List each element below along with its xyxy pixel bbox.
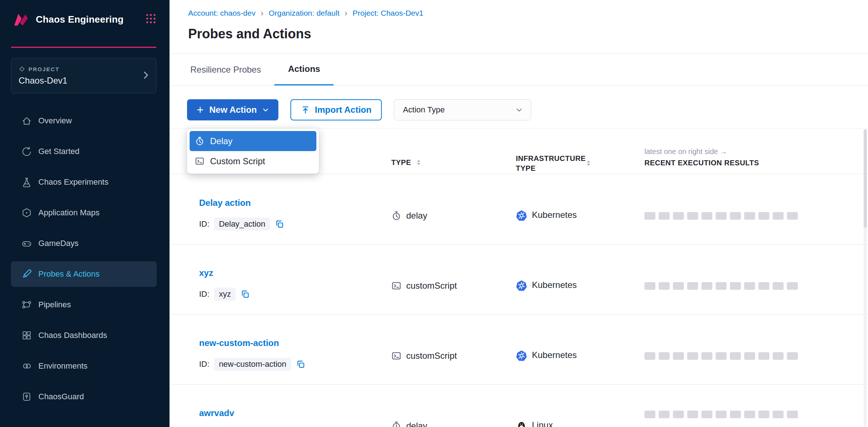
execution-result-placeholder <box>744 411 755 418</box>
sidebar-item-chaosguard[interactable]: ChaosGuard <box>11 384 157 409</box>
plus-icon <box>196 105 205 114</box>
execution-result-placeholder <box>644 212 655 220</box>
sidebar-item-gamedays[interactable]: GameDays <box>11 231 157 256</box>
linux-icon <box>516 420 527 427</box>
hexagon-icon <box>21 207 32 218</box>
module-accent-line <box>11 47 156 48</box>
action-id-row: ID: Delay_action <box>199 218 391 231</box>
infrastructure-cell: Linux <box>516 385 644 427</box>
action-name-link[interactable]: awrvadv <box>199 408 234 418</box>
project-selector[interactable]: PROJECT Chaos-Dev1 <box>11 58 156 93</box>
sidebar-nav: Overview Get Started Chaos Experiments A… <box>0 108 170 409</box>
pipelines-icon <box>21 299 32 310</box>
sidebar-item-label: ChaosGuard <box>38 392 84 401</box>
action-name-link[interactable]: Delay action <box>199 198 251 208</box>
execution-result-placeholder <box>716 282 727 290</box>
project-label-row: PROJECT <box>19 66 149 72</box>
sidebar-item-application-maps[interactable]: Application Maps <box>11 200 157 226</box>
sidebar-item-overview[interactable]: Overview <box>11 108 157 134</box>
gamepad-icon <box>21 238 32 249</box>
script-icon <box>391 351 401 361</box>
menu-item-delay[interactable]: Delay <box>190 131 316 151</box>
execution-result-placeholder <box>787 352 798 360</box>
execution-result-placeholder <box>644 411 655 418</box>
page-title: Probes and Actions <box>188 26 311 42</box>
app-title: Chaos Engineering <box>36 14 123 25</box>
infrastructure-cell: Kubernetes <box>516 174 644 244</box>
kubernetes-icon <box>516 350 527 361</box>
execution-result-placeholder <box>687 212 698 220</box>
breadcrumb-project-link[interactable]: Project: Chaos-Dev1 <box>353 9 423 18</box>
action-name-cell: awrvadv <box>199 385 391 427</box>
stopwatch-icon <box>391 421 401 427</box>
execution-result-placeholder <box>773 352 784 360</box>
breadcrumb-organization-link[interactable]: Organization: default <box>269 9 339 18</box>
copy-icon[interactable] <box>240 289 250 299</box>
action-name-link[interactable]: new-custom-action <box>199 338 279 348</box>
sidebar-item-probes-actions[interactable]: Probes & Actions <box>11 261 157 287</box>
action-name-cell: Delay action ID: Delay_action <box>199 174 391 244</box>
menu-item-custom-script[interactable]: Custom Script <box>190 151 316 171</box>
action-name-link[interactable]: xyz <box>199 268 213 278</box>
sidebar-item-label: Get Started <box>38 147 80 156</box>
tab-resilience-probes[interactable]: Resilience Probes <box>177 54 274 85</box>
main-content: Account: chaos-dev › Organization: defau… <box>170 0 868 427</box>
type-header-label: TYPE <box>391 158 411 167</box>
toolbar: New Action Import Action Action Type <box>187 99 531 120</box>
kubernetes-icon <box>516 210 527 221</box>
import-action-button[interactable]: Import Action <box>290 99 382 120</box>
column-header-recent-execution-results: latest one on right side → RECENT EXECUT… <box>644 145 802 174</box>
execution-result-placeholder <box>744 212 755 220</box>
execution-result-placeholder <box>673 352 684 360</box>
column-header-infrastructure-type: INFRASTRUCTURE TYPE <box>516 145 644 174</box>
column-header-type: TYPE <box>391 145 516 174</box>
sidebar-item-chaos-experiments[interactable]: Chaos Experiments <box>11 169 157 195</box>
breadcrumb-account-link[interactable]: Account: chaos-dev <box>188 9 255 18</box>
sort-icon[interactable] <box>415 158 423 166</box>
action-type-value: customScript <box>406 351 457 361</box>
execution-result-placeholder <box>659 352 670 360</box>
execution-result-placeholder <box>659 212 670 220</box>
infrastructure-cell: Kubernetes <box>516 315 644 384</box>
action-type-value: Action Type <box>403 105 445 115</box>
script-icon <box>195 156 205 166</box>
infrastructure-value: Kubernetes <box>532 280 577 290</box>
action-name-cell: xyz ID: xyz <box>199 245 391 314</box>
new-action-button[interactable]: New Action <box>187 99 278 120</box>
chaos-logo-icon <box>11 11 30 28</box>
execution-result-placeholder <box>716 352 727 360</box>
new-action-dropdown-menu: Delay Custom Script <box>187 128 319 174</box>
breadcrumb-separator: › <box>344 9 347 18</box>
tab-actions[interactable]: Actions <box>274 54 334 85</box>
scrollbar-thumb[interactable] <box>864 129 867 228</box>
execution-result-placeholder <box>673 212 684 220</box>
copy-icon[interactable] <box>296 359 305 369</box>
execution-result-placeholder <box>730 212 741 220</box>
execution-result-placeholder <box>644 282 655 290</box>
sidebar-item-environments[interactable]: Environments <box>11 353 157 379</box>
sidebar: Chaos Engineering PROJECT Chaos-Dev1 <box>0 0 170 427</box>
execution-result-placeholder <box>644 352 655 360</box>
flask-icon <box>21 177 32 188</box>
breadcrumb-separator: › <box>260 9 263 18</box>
recent-results-header-label: RECENT EXECUTION RESULTS <box>644 159 802 167</box>
scrollbar[interactable] <box>864 129 867 427</box>
execution-results-cell <box>644 245 802 314</box>
sidebar-item-chaos-dashboards[interactable]: Chaos Dashboards <box>11 323 157 348</box>
menu-item-label: Delay <box>210 136 232 146</box>
sort-icon[interactable] <box>585 159 593 174</box>
execution-results-cell <box>644 385 802 427</box>
app-launcher-grid-icon[interactable] <box>145 13 156 26</box>
execution-result-placeholder <box>730 352 741 360</box>
copy-icon[interactable] <box>275 219 284 229</box>
table-row: new-custom-action ID: new-custom-action … <box>170 315 868 385</box>
sidebar-item-get-started[interactable]: Get Started <box>11 139 157 164</box>
id-label: ID: <box>199 219 209 229</box>
sidebar-item-label: GameDays <box>38 239 79 248</box>
execution-result-placeholder <box>787 212 798 220</box>
kubernetes-icon <box>516 280 527 291</box>
shield-lock-icon <box>21 391 32 402</box>
action-type-select[interactable]: Action Type <box>394 99 531 120</box>
sidebar-item-pipelines[interactable]: Pipelines <box>11 292 157 318</box>
infrastructure-value: Linux <box>532 420 553 427</box>
